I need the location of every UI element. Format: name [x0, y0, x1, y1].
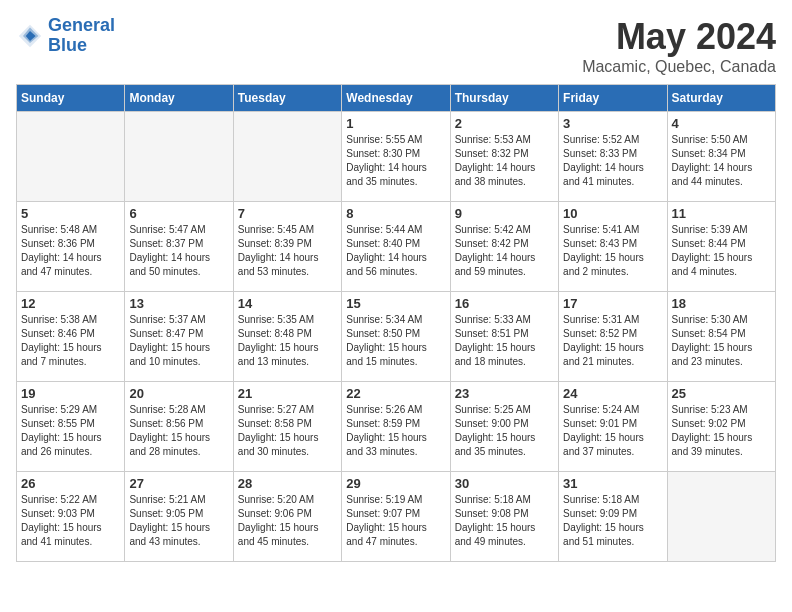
calendar-day: 31Sunrise: 5:18 AM Sunset: 9:09 PM Dayli… — [559, 472, 667, 562]
calendar-week: 19Sunrise: 5:29 AM Sunset: 8:55 PM Dayli… — [17, 382, 776, 472]
weekday-header: Sunday — [17, 85, 125, 112]
day-number: 26 — [21, 476, 120, 491]
day-info: Sunrise: 5:44 AM Sunset: 8:40 PM Dayligh… — [346, 223, 445, 279]
month-title: May 2024 — [582, 16, 776, 58]
calendar-day: 6Sunrise: 5:47 AM Sunset: 8:37 PM Daylig… — [125, 202, 233, 292]
calendar-week: 12Sunrise: 5:38 AM Sunset: 8:46 PM Dayli… — [17, 292, 776, 382]
calendar-day: 13Sunrise: 5:37 AM Sunset: 8:47 PM Dayli… — [125, 292, 233, 382]
day-number: 11 — [672, 206, 771, 221]
day-info: Sunrise: 5:38 AM Sunset: 8:46 PM Dayligh… — [21, 313, 120, 369]
day-number: 3 — [563, 116, 662, 131]
day-info: Sunrise: 5:41 AM Sunset: 8:43 PM Dayligh… — [563, 223, 662, 279]
day-info: Sunrise: 5:20 AM Sunset: 9:06 PM Dayligh… — [238, 493, 337, 549]
day-number: 8 — [346, 206, 445, 221]
calendar-day: 17Sunrise: 5:31 AM Sunset: 8:52 PM Dayli… — [559, 292, 667, 382]
day-info: Sunrise: 5:50 AM Sunset: 8:34 PM Dayligh… — [672, 133, 771, 189]
weekday-header: Tuesday — [233, 85, 341, 112]
calendar-week: 1Sunrise: 5:55 AM Sunset: 8:30 PM Daylig… — [17, 112, 776, 202]
day-number: 5 — [21, 206, 120, 221]
calendar-table: SundayMondayTuesdayWednesdayThursdayFrid… — [16, 84, 776, 562]
calendar-day: 20Sunrise: 5:28 AM Sunset: 8:56 PM Dayli… — [125, 382, 233, 472]
day-info: Sunrise: 5:21 AM Sunset: 9:05 PM Dayligh… — [129, 493, 228, 549]
title-area: May 2024 Macamic, Quebec, Canada — [582, 16, 776, 76]
day-number: 7 — [238, 206, 337, 221]
day-number: 30 — [455, 476, 554, 491]
day-info: Sunrise: 5:23 AM Sunset: 9:02 PM Dayligh… — [672, 403, 771, 459]
day-info: Sunrise: 5:31 AM Sunset: 8:52 PM Dayligh… — [563, 313, 662, 369]
day-info: Sunrise: 5:26 AM Sunset: 8:59 PM Dayligh… — [346, 403, 445, 459]
day-number: 12 — [21, 296, 120, 311]
calendar-day: 3Sunrise: 5:52 AM Sunset: 8:33 PM Daylig… — [559, 112, 667, 202]
day-number: 13 — [129, 296, 228, 311]
day-number: 17 — [563, 296, 662, 311]
day-number: 6 — [129, 206, 228, 221]
calendar-day: 11Sunrise: 5:39 AM Sunset: 8:44 PM Dayli… — [667, 202, 775, 292]
logo: General Blue — [16, 16, 115, 56]
day-info: Sunrise: 5:48 AM Sunset: 8:36 PM Dayligh… — [21, 223, 120, 279]
calendar-day: 16Sunrise: 5:33 AM Sunset: 8:51 PM Dayli… — [450, 292, 558, 382]
calendar-day — [233, 112, 341, 202]
header-row: SundayMondayTuesdayWednesdayThursdayFrid… — [17, 85, 776, 112]
calendar-day: 30Sunrise: 5:18 AM Sunset: 9:08 PM Dayli… — [450, 472, 558, 562]
day-number: 2 — [455, 116, 554, 131]
calendar-day: 10Sunrise: 5:41 AM Sunset: 8:43 PM Dayli… — [559, 202, 667, 292]
calendar-day: 7Sunrise: 5:45 AM Sunset: 8:39 PM Daylig… — [233, 202, 341, 292]
calendar-day: 26Sunrise: 5:22 AM Sunset: 9:03 PM Dayli… — [17, 472, 125, 562]
calendar-day: 9Sunrise: 5:42 AM Sunset: 8:42 PM Daylig… — [450, 202, 558, 292]
weekday-header: Saturday — [667, 85, 775, 112]
day-number: 29 — [346, 476, 445, 491]
day-number: 21 — [238, 386, 337, 401]
weekday-header: Wednesday — [342, 85, 450, 112]
day-info: Sunrise: 5:39 AM Sunset: 8:44 PM Dayligh… — [672, 223, 771, 279]
calendar-day: 1Sunrise: 5:55 AM Sunset: 8:30 PM Daylig… — [342, 112, 450, 202]
day-number: 16 — [455, 296, 554, 311]
day-info: Sunrise: 5:45 AM Sunset: 8:39 PM Dayligh… — [238, 223, 337, 279]
calendar-day: 2Sunrise: 5:53 AM Sunset: 8:32 PM Daylig… — [450, 112, 558, 202]
day-number: 25 — [672, 386, 771, 401]
logo-icon — [16, 22, 44, 50]
calendar-day: 4Sunrise: 5:50 AM Sunset: 8:34 PM Daylig… — [667, 112, 775, 202]
day-info: Sunrise: 5:53 AM Sunset: 8:32 PM Dayligh… — [455, 133, 554, 189]
calendar-day: 22Sunrise: 5:26 AM Sunset: 8:59 PM Dayli… — [342, 382, 450, 472]
day-number: 1 — [346, 116, 445, 131]
calendar-week: 5Sunrise: 5:48 AM Sunset: 8:36 PM Daylig… — [17, 202, 776, 292]
day-info: Sunrise: 5:27 AM Sunset: 8:58 PM Dayligh… — [238, 403, 337, 459]
location-title: Macamic, Quebec, Canada — [582, 58, 776, 76]
calendar-day: 29Sunrise: 5:19 AM Sunset: 9:07 PM Dayli… — [342, 472, 450, 562]
calendar-day: 19Sunrise: 5:29 AM Sunset: 8:55 PM Dayli… — [17, 382, 125, 472]
calendar-day: 14Sunrise: 5:35 AM Sunset: 8:48 PM Dayli… — [233, 292, 341, 382]
calendar-day: 8Sunrise: 5:44 AM Sunset: 8:40 PM Daylig… — [342, 202, 450, 292]
calendar-day — [17, 112, 125, 202]
calendar-day: 21Sunrise: 5:27 AM Sunset: 8:58 PM Dayli… — [233, 382, 341, 472]
calendar-day: 24Sunrise: 5:24 AM Sunset: 9:01 PM Dayli… — [559, 382, 667, 472]
day-number: 18 — [672, 296, 771, 311]
day-number: 19 — [21, 386, 120, 401]
calendar-day: 27Sunrise: 5:21 AM Sunset: 9:05 PM Dayli… — [125, 472, 233, 562]
day-number: 20 — [129, 386, 228, 401]
day-info: Sunrise: 5:34 AM Sunset: 8:50 PM Dayligh… — [346, 313, 445, 369]
day-info: Sunrise: 5:30 AM Sunset: 8:54 PM Dayligh… — [672, 313, 771, 369]
day-info: Sunrise: 5:19 AM Sunset: 9:07 PM Dayligh… — [346, 493, 445, 549]
calendar-day — [667, 472, 775, 562]
day-info: Sunrise: 5:24 AM Sunset: 9:01 PM Dayligh… — [563, 403, 662, 459]
day-info: Sunrise: 5:37 AM Sunset: 8:47 PM Dayligh… — [129, 313, 228, 369]
day-info: Sunrise: 5:35 AM Sunset: 8:48 PM Dayligh… — [238, 313, 337, 369]
day-info: Sunrise: 5:28 AM Sunset: 8:56 PM Dayligh… — [129, 403, 228, 459]
day-info: Sunrise: 5:25 AM Sunset: 9:00 PM Dayligh… — [455, 403, 554, 459]
day-info: Sunrise: 5:22 AM Sunset: 9:03 PM Dayligh… — [21, 493, 120, 549]
day-info: Sunrise: 5:33 AM Sunset: 8:51 PM Dayligh… — [455, 313, 554, 369]
day-info: Sunrise: 5:55 AM Sunset: 8:30 PM Dayligh… — [346, 133, 445, 189]
header: General Blue May 2024 Macamic, Quebec, C… — [16, 16, 776, 76]
calendar-day: 12Sunrise: 5:38 AM Sunset: 8:46 PM Dayli… — [17, 292, 125, 382]
day-number: 27 — [129, 476, 228, 491]
day-number: 31 — [563, 476, 662, 491]
day-number: 28 — [238, 476, 337, 491]
day-number: 4 — [672, 116, 771, 131]
calendar-day: 18Sunrise: 5:30 AM Sunset: 8:54 PM Dayli… — [667, 292, 775, 382]
day-number: 24 — [563, 386, 662, 401]
day-info: Sunrise: 5:47 AM Sunset: 8:37 PM Dayligh… — [129, 223, 228, 279]
weekday-header: Friday — [559, 85, 667, 112]
weekday-header: Monday — [125, 85, 233, 112]
day-info: Sunrise: 5:18 AM Sunset: 9:09 PM Dayligh… — [563, 493, 662, 549]
day-info: Sunrise: 5:29 AM Sunset: 8:55 PM Dayligh… — [21, 403, 120, 459]
